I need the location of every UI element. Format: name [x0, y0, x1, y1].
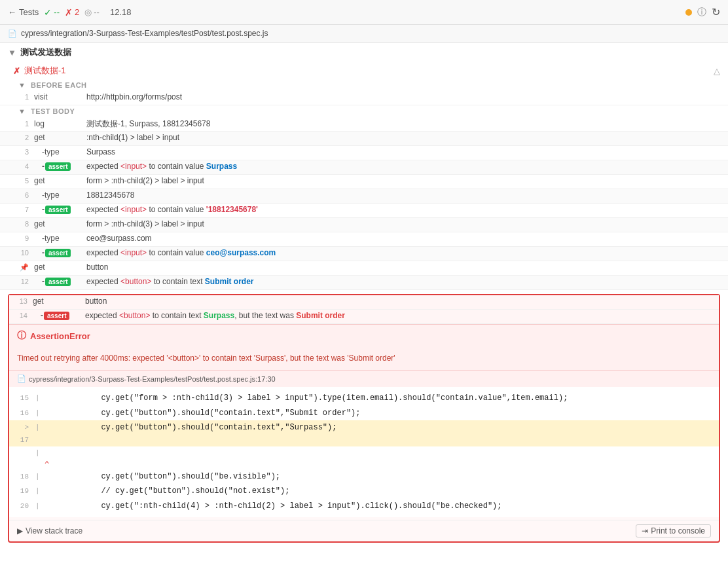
pass-count: -- — [54, 7, 60, 17]
reload-icon[interactable]: ↻ — [712, 6, 720, 18]
code-line-19: 19 | // cy.get("button").should("not.exi… — [9, 484, 719, 498]
code-line-20: 20 | cy.get(":nth-child(4) > :nth-child(… — [9, 499, 719, 513]
fail-icon: ✗ — [65, 7, 73, 18]
print-icon: ⇥ — [642, 526, 648, 536]
code-line-18: 18 | cy.get("button").should("be.visible… — [9, 469, 719, 484]
fail-count: 2 — [75, 7, 79, 17]
code-line-16: 16 | cy.get("button").should("contain.te… — [9, 406, 719, 420]
cmd-name-visit: visit — [34, 92, 86, 101]
cmd-row-4: 4 -assert expected <input> to contain va… — [0, 160, 728, 175]
fail-stat: ✗ 2 — [65, 7, 79, 18]
pend-icon: ◎ — [84, 7, 92, 17]
cmd-row-12: 12 -assert expected <button> to contain … — [0, 276, 728, 290]
error-title: AssertionError — [30, 331, 90, 341]
test-body-label: ▼ TEST BODY — [0, 105, 728, 117]
cmd-row-8: 8 get form > :nth-child(3) > label > inp… — [0, 218, 728, 232]
error-info-icon: ⓘ — [17, 330, 26, 342]
cmd-row-5: 5 get form > :nth-child(2) > label > inp… — [0, 175, 728, 189]
suite-name: 测试发送数据 — [20, 46, 71, 58]
badge-assert-4: assert — [45, 162, 71, 171]
error-block: 13 get button 14 -assert expected <butto… — [8, 294, 720, 543]
cmd-visit: 1 visit http://httpbin.org/forms/post — [0, 91, 728, 105]
code-line-caret-spacer: | — [9, 446, 719, 460]
badge-assert-12: assert — [45, 278, 71, 286]
cmd-detail-visit: http://httpbin.org/forms/post — [86, 92, 182, 101]
status-dot — [685, 9, 692, 16]
badge-assert-fail-14: assert — [44, 312, 69, 320]
file-icon: 📄 — [8, 29, 17, 38]
test-name: 测试数据-1 — [24, 65, 66, 77]
cmd-row-2: 2 get :nth-child(1) > label > input — [0, 132, 728, 146]
stack-footer: ▶ View stack trace ⇥ Print to console — [9, 520, 719, 541]
view-stack-trace[interactable]: ▶ View stack trace — [17, 526, 82, 536]
elapsed-time: 12.18 — [110, 7, 132, 17]
test-header[interactable]: ✗ 测试数据-1 △ — [0, 62, 728, 79]
top-bar-right: ⓘ ↻ — [685, 6, 720, 18]
cmd-row-1: 1 log 测试数据-1, Surpass, 18812345678 — [0, 117, 728, 132]
code-caret-row: ^ — [9, 460, 719, 469]
file-path-text: cypress/integration/3-Surpass-Test-Examp… — [21, 29, 268, 38]
tests-back-icon[interactable]: ← — [8, 7, 16, 17]
tests-label[interactable]: ← Tests — [8, 7, 39, 17]
test-fail-icon: ✗ — [13, 66, 20, 76]
caret-indicator: ^ — [45, 460, 49, 469]
badge-assert-7: assert — [45, 206, 71, 214]
chevron-right-icon: ▶ — [17, 526, 23, 536]
code-line-17: > 17 | cy.get("button").should("contain.… — [9, 420, 719, 446]
cmd-row-7: 7 -assert expected <input> to contain va… — [0, 204, 728, 218]
pend-count: -- — [94, 7, 100, 17]
error-file-icon: 📄 — [17, 374, 26, 383]
print-to-console-button[interactable]: ⇥ Print to console — [636, 524, 711, 537]
code-block: 15 | cy.get("form > :nth-child(3) > labe… — [9, 387, 719, 517]
error-commands: 13 get button 14 -assert expected <butto… — [9, 295, 719, 324]
badge-assert-10: assert — [45, 249, 71, 257]
suite-toggle-icon[interactable]: ▼ — [8, 48, 16, 58]
cmd-row-10: 10 -assert expected <input> to contain v… — [0, 247, 728, 261]
pend-stat: ◎ -- — [84, 7, 100, 17]
file-path-bar: 📄 cypress/integration/3-Surpass-Test-Exa… — [0, 25, 728, 43]
cmd-row-6: 6 -type 18812345678 — [0, 189, 728, 204]
before-each-label: ▼ BEFORE EACH — [0, 79, 728, 91]
cmd-row-pin: 📌 get button — [0, 261, 728, 276]
error-file-ref: 📄 cypress/integration/3-Surpass-Test-Exa… — [9, 370, 719, 387]
cmd-row-14: 14 -assert expected <button> to contain … — [9, 310, 719, 324]
cmd-row-9: 9 -type ceo@surpass.com — [0, 232, 728, 247]
suite-header[interactable]: ▼ 测试发送数据 — [0, 43, 728, 62]
warning-icon: △ — [714, 66, 720, 76]
pass-icon: ✓ — [44, 7, 52, 18]
top-bar: ← Tests ✓ -- ✗ 2 ◎ -- 12.18 ⓘ ↻ — [0, 0, 728, 25]
error-title-row: ⓘ AssertionError — [9, 324, 719, 347]
cmd-num-1: 1 — [18, 93, 34, 101]
cmd-row-3: 3 -type Surpass — [0, 146, 728, 160]
pass-stat: ✓ -- — [44, 7, 60, 18]
cmd-row-13: 13 get button — [9, 295, 719, 310]
error-message: Timed out retrying after 4000ms: expecte… — [9, 347, 719, 370]
code-line-15: 15 | cy.get("form > :nth-child(3) > labe… — [9, 391, 719, 405]
info-icon[interactable]: ⓘ — [697, 7, 706, 18]
tests-text: Tests — [19, 7, 39, 17]
